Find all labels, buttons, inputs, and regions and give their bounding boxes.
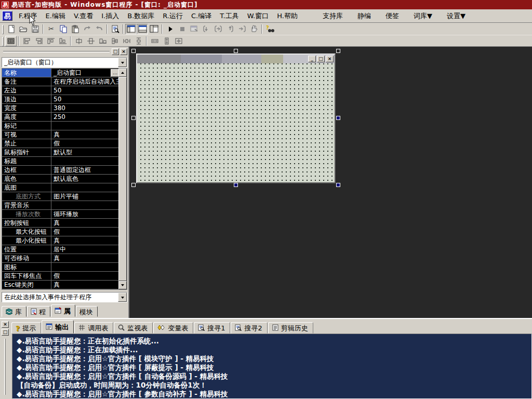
selection-handle-bottom-left[interactable] [131, 183, 136, 187]
property-row[interactable]: 左边 50 … [2, 86, 119, 95]
property-value[interactable]: 真 … [51, 254, 119, 262]
align-left-button[interactable] [21, 35, 33, 46]
output-drag-handle[interactable] [4, 339, 6, 395]
menu-dictionary[interactable]: 词库▼ [409, 10, 436, 22]
property-value[interactable]: 假 … [51, 228, 119, 236]
align-right-button[interactable] [33, 35, 45, 46]
panel-drag-handle[interactable] [3, 51, 110, 52]
align-middle-v-button[interactable] [109, 35, 121, 46]
property-row[interactable]: 鼠标指针 默认型 … [2, 148, 119, 157]
property-value[interactable]: … [51, 157, 119, 165]
menu-program[interactable]: F.程序 [15, 10, 42, 22]
property-row[interactable]: 可视 真 … [2, 130, 119, 139]
same-size-button[interactable] [172, 35, 184, 46]
form-body-grid[interactable] [137, 63, 335, 182]
menu-help[interactable]: H.帮助 [273, 10, 302, 22]
property-value[interactable]: 真 … [51, 130, 119, 139]
space-equal-h-button[interactable] [121, 35, 132, 46]
new-button[interactable] [5, 23, 17, 34]
selection-handle-top-right[interactable] [336, 49, 340, 53]
menu-edit[interactable]: E.编辑 [42, 10, 70, 22]
selection-handle-middle-left[interactable] [131, 116, 136, 120]
property-row[interactable]: 宽度 380 … [2, 104, 119, 113]
scroll-up-button[interactable] [118, 69, 127, 77]
scrollbar-thumb[interactable] [118, 77, 127, 281]
property-value[interactable]: 默认型 … [51, 148, 119, 156]
property-value[interactable]: 假 … [51, 272, 119, 280]
property-row[interactable]: 禁止 假 … [2, 139, 119, 148]
tab-clip-history[interactable]: 剪辑历史 [268, 322, 313, 334]
menu-view[interactable]: V.查看 [70, 10, 97, 22]
property-row[interactable]: 回车下移焦点 假 … [2, 272, 119, 281]
help-search-button[interactable]: ? [264, 23, 276, 34]
selection-handle-middle-right[interactable] [336, 116, 340, 120]
step-out-button[interactable] [224, 23, 236, 34]
property-value[interactable]: 380 … [51, 104, 119, 112]
tab-call-table[interactable]: 调用表 [74, 322, 113, 334]
property-value[interactable]: … [51, 201, 119, 209]
copy-button[interactable] [57, 23, 69, 34]
property-row[interactable]: 底图方式 图片平铺 … [2, 192, 119, 201]
property-value[interactable]: 真 … [51, 219, 119, 227]
align-middle-h-button[interactable] [97, 35, 109, 46]
property-row[interactable]: 边框 普通固定边框 … [2, 166, 119, 175]
dropdown-button[interactable] [118, 292, 127, 302]
layout-output-panel-button[interactable] [137, 24, 148, 34]
menu-window[interactable]: W.窗口 [243, 10, 273, 22]
panel-close-button[interactable]: × [120, 48, 127, 55]
event-selector[interactable]: 在此处选择加入事件处理子程序 [2, 292, 127, 302]
scroll-down-button[interactable] [118, 281, 127, 289]
property-row[interactable]: 可否移动 真 … [2, 254, 119, 263]
property-row[interactable]: 背景音乐 … [2, 201, 119, 210]
align-bottom-button[interactable] [57, 35, 69, 46]
space-equal-v-button[interactable] [132, 35, 144, 46]
property-value[interactable]: 假 … [51, 139, 119, 148]
redo-button[interactable] [81, 23, 93, 34]
property-row[interactable]: 标题 … [2, 157, 119, 166]
step-into-button[interactable] [200, 23, 212, 34]
object-selector[interactable]: _启动窗口（窗口） [2, 57, 127, 68]
property-value[interactable]: … [51, 183, 119, 192]
find-button[interactable] [109, 23, 121, 34]
menu-settings[interactable]: 设置▼ [443, 10, 470, 22]
property-value[interactable]: 50 … [51, 95, 119, 103]
selection-handle-bottom-middle[interactable] [234, 183, 238, 187]
property-value[interactable]: … [51, 263, 119, 271]
property-row[interactable]: Esc键关闭 真 … [2, 281, 119, 289]
step-over-button[interactable] [212, 23, 224, 34]
form-designer[interactable]: _ □ × [129, 47, 532, 318]
property-row[interactable]: 备注 在程序启动后自动调入主 … [2, 77, 119, 86]
menu-tools[interactable]: T.工具 [216, 10, 243, 22]
property-row[interactable]: 图标 … [2, 263, 119, 272]
toolbar-grip[interactable] [2, 25, 4, 34]
property-value[interactable]: … [51, 122, 119, 130]
debug-window-button[interactable] [188, 23, 200, 34]
property-row[interactable]: 顶边 50 … [2, 95, 119, 104]
property-row[interactable]: 位置 居中 … [2, 245, 119, 254]
tab-output[interactable]: 输出 [42, 320, 74, 334]
form-title-bar[interactable]: _ □ × [137, 55, 335, 63]
selection-handle-bottom-right[interactable] [336, 183, 340, 187]
form-grid-button[interactable] [5, 36, 17, 46]
tab-program[interactable]: 程 [27, 306, 50, 317]
property-value[interactable]: 普通固定边框 … [51, 166, 119, 174]
property-value[interactable]: 250 … [51, 113, 119, 121]
tab-support-libraries[interactable]: 库 [2, 306, 26, 317]
stop-button[interactable] [176, 23, 188, 34]
menu-support-lib[interactable]: 支持库 [318, 10, 347, 22]
layout-both-panels-button[interactable] [125, 24, 137, 34]
selection-handle-top-left[interactable] [131, 49, 136, 53]
run-button[interactable] [164, 23, 176, 34]
output-log[interactable]: ◆.易语言助手提醒您：正在初始化插件系统...◆.易语言助手提醒您：正在加载插件… [12, 334, 532, 399]
property-row[interactable]: 播放次数 循环播放 … [2, 210, 119, 219]
property-value[interactable]: 真 … [51, 236, 119, 245]
same-width-button[interactable] [149, 35, 161, 46]
undo-button[interactable] [93, 23, 105, 34]
center-horizontal-button[interactable] [73, 35, 85, 46]
cut-button[interactable]: ✂ [45, 23, 57, 34]
property-value[interactable]: 循环播放 … [51, 210, 119, 218]
run-to-cursor-button[interactable] [236, 23, 248, 34]
property-row[interactable]: 最小化按钮 真 … [2, 236, 119, 245]
property-value[interactable]: 图片平铺 … [51, 192, 119, 201]
menu-database[interactable]: B.数据库 [123, 10, 158, 22]
